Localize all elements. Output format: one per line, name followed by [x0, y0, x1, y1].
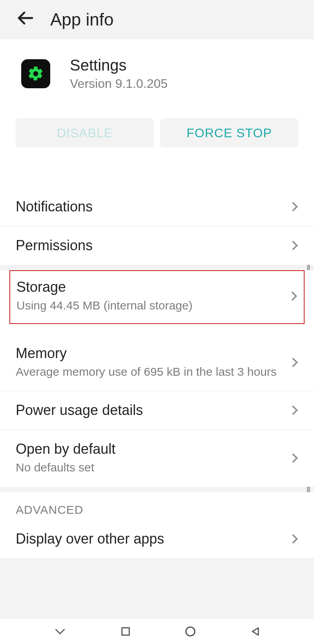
row-power-usage[interactable]: Power usage details	[0, 391, 314, 430]
app-version-label: Version 9.1.0.205	[70, 76, 168, 91]
back-nav-icon[interactable]	[250, 626, 261, 637]
row-notifications[interactable]: Notifications	[0, 187, 314, 226]
row-title: Display over other apps	[16, 531, 291, 547]
chevron-right-icon	[291, 240, 298, 251]
system-nav-bar	[0, 619, 314, 644]
back-arrow-icon[interactable]	[16, 9, 35, 31]
row-subtitle: Average memory use of 695 kB in the last…	[16, 364, 291, 380]
svg-point-1	[34, 72, 37, 75]
recent-apps-icon[interactable]	[120, 626, 131, 637]
svg-rect-2	[122, 628, 130, 635]
svg-point-3	[186, 627, 195, 636]
row-title: Open by default	[16, 441, 291, 457]
chevron-right-icon	[291, 452, 298, 464]
row-permissions[interactable]: Permissions	[0, 226, 314, 265]
storage-highlight: Storage Using 44.45 MB (internal storage…	[9, 270, 305, 324]
chevron-right-icon	[291, 357, 298, 368]
row-storage[interactable]: Storage Using 44.45 MB (internal storage…	[16, 279, 298, 314]
section-header-advanced: ADVANCED	[0, 492, 314, 520]
chevron-right-icon	[291, 533, 298, 545]
chevron-down-icon[interactable]	[53, 627, 67, 636]
row-display-over-apps[interactable]: Display over other apps	[0, 520, 314, 558]
app-summary: Settings Version 9.1.0.205	[0, 39, 314, 103]
chevron-right-icon	[291, 404, 298, 416]
chevron-right-icon	[290, 290, 298, 302]
page-title: App info	[50, 10, 113, 29]
app-bar: App info	[0, 0, 314, 39]
gear-icon	[27, 65, 44, 82]
row-title: Power usage details	[16, 402, 291, 418]
app-icon	[21, 59, 50, 88]
row-title: Notifications	[16, 198, 291, 215]
row-title: Storage	[16, 279, 290, 295]
row-title: Permissions	[16, 237, 291, 254]
row-subtitle: Using 44.45 MB (internal storage)	[16, 298, 290, 314]
svg-marker-4	[252, 628, 258, 635]
home-icon[interactable]	[184, 626, 196, 637]
disable-button[interactable]: DISABLE	[16, 118, 154, 147]
force-stop-button[interactable]: FORCE STOP	[160, 118, 298, 147]
chevron-right-icon	[291, 201, 298, 213]
row-open-by-default[interactable]: Open by default No defaults set	[0, 430, 314, 487]
row-subtitle: No defaults set	[16, 460, 291, 476]
row-memory[interactable]: Memory Average memory use of 695 kB in t…	[0, 334, 314, 391]
row-title: Memory	[16, 345, 291, 362]
app-name-label: Settings	[70, 56, 168, 74]
